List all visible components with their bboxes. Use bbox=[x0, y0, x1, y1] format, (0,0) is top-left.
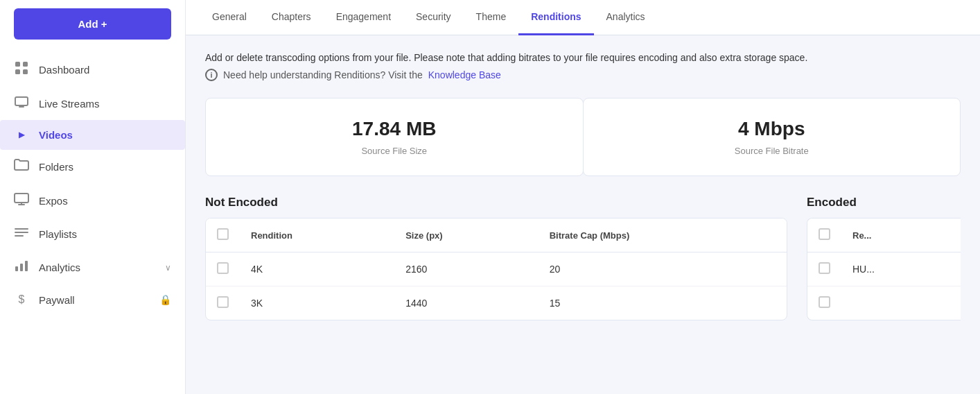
encoded-section: Encoded Re... bbox=[807, 196, 961, 320]
rendition-cell: 3K bbox=[240, 286, 394, 320]
paywall-icon: $ bbox=[14, 293, 29, 306]
size-cell: 2160 bbox=[394, 252, 539, 286]
not-encoded-table: Rendition Size (px) Bitrate Cap (Mbps) 4… bbox=[205, 218, 787, 320]
stat-file-size: 17.84 MB Source File Size bbox=[205, 98, 584, 176]
rendition-cell: HU... bbox=[841, 252, 961, 286]
help-row: i Need help understanding Renditions? Vi… bbox=[205, 69, 961, 81]
rendition-cell: 4K bbox=[240, 252, 394, 286]
svg-rect-1 bbox=[23, 62, 28, 67]
not-encoded-col-cb bbox=[206, 219, 240, 252]
bitrate-value: 4 Mbps bbox=[625, 118, 919, 140]
sidebar-item-videos[interactable]: ▶ Videos bbox=[0, 120, 185, 150]
table-row: 3K 1440 15 bbox=[206, 286, 787, 320]
chevron-down-icon: ∨ bbox=[165, 263, 171, 273]
info-icon: i bbox=[205, 69, 218, 81]
expos-icon bbox=[14, 193, 29, 209]
rendition-cell bbox=[841, 286, 961, 320]
tab-chapters[interactable]: Chapters bbox=[259, 0, 324, 35]
tab-theme[interactable]: Theme bbox=[464, 0, 519, 35]
help-prefix-text: Need help understanding Renditions? Visi… bbox=[223, 69, 423, 80]
lock-icon: 🔒 bbox=[159, 294, 171, 305]
bitrate-cell: 20 bbox=[539, 252, 787, 286]
sidebar-item-dashboard[interactable]: Dashboard bbox=[0, 52, 185, 87]
content-area: Add or delete transcoding options from y… bbox=[186, 35, 980, 394]
sidebar-item-live-streams[interactable]: Live Streams bbox=[0, 87, 185, 120]
encoded-col-rendition: Re... bbox=[841, 219, 961, 252]
live-streams-icon bbox=[14, 96, 29, 111]
not-encoded-col-rendition: Rendition bbox=[240, 219, 394, 252]
size-cell: 1440 bbox=[394, 286, 539, 320]
stats-row: 17.84 MB Source File Size 4 Mbps Source … bbox=[205, 98, 961, 176]
svg-rect-5 bbox=[15, 194, 28, 203]
file-size-label: Source File Size bbox=[247, 146, 541, 156]
not-encoded-col-bitrate: Bitrate Cap (Mbps) bbox=[539, 219, 787, 252]
tab-security[interactable]: Security bbox=[403, 0, 464, 35]
row-checkbox[interactable] bbox=[217, 262, 229, 274]
info-description: Add or delete transcoding options from y… bbox=[205, 52, 829, 63]
tab-renditions[interactable]: Renditions bbox=[518, 0, 593, 35]
add-button[interactable]: Add + bbox=[14, 8, 171, 40]
bitrate-cell: 15 bbox=[539, 286, 787, 320]
dashboard-icon bbox=[14, 61, 29, 78]
sidebar-item-label: Live Streams bbox=[39, 98, 100, 110]
file-size-value: 17.84 MB bbox=[247, 118, 541, 140]
svg-rect-9 bbox=[15, 266, 18, 271]
videos-icon: ▶ bbox=[14, 130, 29, 139]
folders-icon bbox=[14, 159, 29, 175]
table-row bbox=[807, 286, 961, 320]
sidebar-item-label: Expos bbox=[39, 195, 68, 207]
sidebar-item-playlists[interactable]: Playlists bbox=[0, 218, 185, 250]
row-checkbox[interactable] bbox=[819, 296, 830, 308]
table-row: 4K 2160 20 bbox=[206, 252, 787, 286]
analytics-icon bbox=[14, 259, 29, 275]
svg-rect-10 bbox=[20, 264, 23, 271]
encoded-select-all-checkbox[interactable] bbox=[819, 228, 830, 240]
sidebar-item-label: Folders bbox=[39, 161, 73, 173]
stat-bitrate: 4 Mbps Source File Bitrate bbox=[583, 98, 961, 176]
svg-rect-4 bbox=[15, 97, 28, 105]
svg-rect-0 bbox=[15, 62, 20, 67]
svg-rect-2 bbox=[15, 69, 20, 74]
tab-analytics[interactable]: Analytics bbox=[594, 0, 658, 35]
playlists-icon bbox=[14, 227, 29, 241]
not-encoded-header: Not Encoded bbox=[205, 196, 787, 209]
sidebar-item-analytics[interactable]: Analytics ∨ bbox=[0, 250, 185, 284]
sidebar-item-label: Analytics bbox=[39, 262, 80, 273]
sidebar-item-label: Paywall bbox=[39, 294, 75, 306]
bitrate-label: Source File Bitrate bbox=[625, 146, 919, 156]
sidebar-item-label: Videos bbox=[39, 129, 73, 141]
main-content: General Chapters Engagement Security The… bbox=[186, 0, 980, 394]
sidebar-item-folders[interactable]: Folders bbox=[0, 150, 185, 184]
not-encoded-section: Not Encoded Rendition Size (px) Bitrate … bbox=[205, 196, 787, 320]
encoded-header: Encoded bbox=[807, 196, 961, 209]
tabs-bar: General Chapters Engagement Security The… bbox=[186, 0, 980, 35]
knowledge-base-link[interactable]: Knowledge Base bbox=[428, 69, 501, 80]
sidebar-item-expos[interactable]: Expos bbox=[0, 184, 185, 218]
not-encoded-col-size: Size (px) bbox=[394, 219, 539, 252]
encoded-table: Re... HU... bbox=[807, 218, 961, 320]
sidebar-item-label: Playlists bbox=[39, 228, 77, 240]
sidebar-item-paywall[interactable]: $ Paywall 🔒 bbox=[0, 284, 185, 315]
table-row: HU... bbox=[807, 252, 961, 286]
encoded-col-cb bbox=[807, 219, 841, 252]
row-checkbox[interactable] bbox=[217, 296, 229, 308]
tab-engagement[interactable]: Engagement bbox=[324, 0, 403, 35]
row-checkbox[interactable] bbox=[819, 262, 830, 274]
svg-rect-11 bbox=[25, 261, 28, 271]
sidebar: Add + Dashboard Live Streams ▶ Videos Fo… bbox=[0, 0, 186, 394]
select-all-checkbox[interactable] bbox=[217, 228, 229, 240]
svg-rect-3 bbox=[23, 69, 28, 74]
tab-general[interactable]: General bbox=[200, 0, 259, 35]
sidebar-item-label: Dashboard bbox=[39, 64, 89, 76]
